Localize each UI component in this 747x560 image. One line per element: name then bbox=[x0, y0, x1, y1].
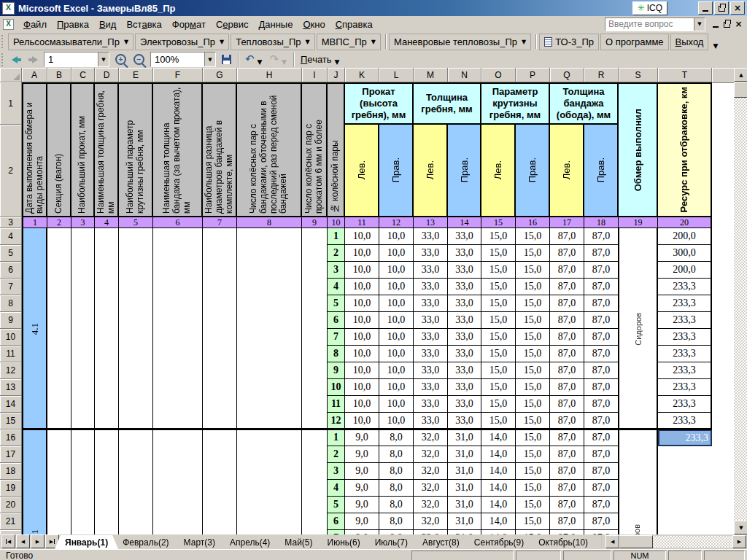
column-number-16[interactable]: 16 bbox=[516, 217, 550, 228]
cell-K11[interactable]: 10,0 bbox=[345, 346, 379, 362]
cell-P19[interactable]: 15,0 bbox=[516, 480, 550, 497]
row-header-5[interactable]: 5 bbox=[0, 245, 22, 262]
cell-L13[interactable]: 10,0 bbox=[379, 379, 414, 396]
column-header-A[interactable]: A bbox=[22, 68, 47, 82]
empty-cells-col-T[interactable] bbox=[658, 446, 712, 534]
cell-R7[interactable]: 87,0 bbox=[584, 279, 619, 295]
column-header-N[interactable]: N bbox=[448, 68, 481, 82]
cell-N17[interactable]: 31,0 bbox=[448, 446, 481, 463]
cell-Q17[interactable]: 87,0 bbox=[550, 446, 584, 463]
cell-O5[interactable]: 15,0 bbox=[481, 245, 516, 262]
cell-T9[interactable]: 233,3 bbox=[658, 312, 712, 329]
repair-block-label-1[interactable]: 4.1 bbox=[22, 228, 47, 429]
cell-M17[interactable]: 32,0 bbox=[414, 446, 448, 463]
cell-P5[interactable]: 15,0 bbox=[516, 245, 550, 262]
cell-N20[interactable]: 31,0 bbox=[448, 497, 481, 513]
menu-Вставка[interactable]: Вставка bbox=[121, 18, 166, 31]
cell-K17[interactable]: 9,0 bbox=[345, 446, 379, 463]
cell-K7[interactable]: 10,0 bbox=[345, 279, 379, 295]
header-col-T[interactable]: Ресурс при отбраковке, км bbox=[658, 82, 712, 217]
cell-N21[interactable]: 31,0 bbox=[448, 513, 481, 530]
cell-R12[interactable]: 87,0 bbox=[584, 362, 619, 379]
cell-K8[interactable]: 10,0 bbox=[345, 295, 379, 312]
cell-N12[interactable]: 33,0 bbox=[448, 362, 481, 379]
cell-M12[interactable]: 33,0 bbox=[414, 362, 448, 379]
row-header-6[interactable]: 6 bbox=[0, 262, 22, 279]
horizontal-scroll-track[interactable] bbox=[653, 536, 732, 548]
cell-L18[interactable]: 8,0 bbox=[379, 463, 414, 480]
cell-R9[interactable]: 87,0 bbox=[584, 312, 619, 329]
cell-L14[interactable]: 10,0 bbox=[379, 396, 414, 413]
empty-cells-col-D[interactable] bbox=[95, 228, 119, 534]
cell-M13[interactable]: 33,0 bbox=[414, 379, 448, 396]
column-header-O[interactable]: O bbox=[481, 68, 516, 82]
column-header-F[interactable]: F bbox=[153, 68, 203, 82]
cell-M21[interactable]: 32,0 bbox=[414, 513, 448, 530]
zoom-box[interactable]: 100% ▼ bbox=[150, 52, 216, 67]
wheel-number-cell[interactable]: 6 bbox=[328, 513, 345, 530]
row-header-18[interactable]: 18 bbox=[0, 463, 22, 480]
header-col-C[interactable]: Наибольший прокат, мм bbox=[71, 82, 95, 217]
subheader-left-2[interactable]: Лев. bbox=[414, 125, 448, 217]
cell-Q13[interactable]: 87,0 bbox=[550, 379, 584, 396]
cell-L4[interactable]: 10,0 bbox=[379, 228, 414, 245]
column-header-M[interactable]: M bbox=[414, 68, 448, 82]
column-number-13[interactable]: 13 bbox=[414, 217, 448, 228]
cell-Q7[interactable]: 87,0 bbox=[550, 279, 584, 295]
column-header-T[interactable]: T bbox=[658, 68, 712, 82]
cell-K15[interactable]: 10,0 bbox=[345, 413, 379, 429]
cell-K5[interactable]: 10,0 bbox=[345, 245, 379, 262]
cell-T7[interactable]: 233,3 bbox=[658, 279, 712, 295]
empty-cells-col-I[interactable] bbox=[302, 228, 328, 534]
vertical-scrollbar[interactable]: ▲ ▼ bbox=[734, 68, 747, 534]
scroll-down-button[interactable]: ▼ bbox=[734, 521, 747, 534]
column-header-L[interactable]: L bbox=[379, 68, 414, 82]
redo-button[interactable]: ↷▼ bbox=[266, 52, 291, 67]
wheel-number-cell[interactable]: 5 bbox=[328, 497, 345, 513]
nav-toolbar-grip[interactable] bbox=[1, 53, 5, 66]
column-header-K[interactable]: K bbox=[345, 68, 379, 82]
empty-cells-col-G[interactable] bbox=[203, 228, 237, 534]
cell-O10[interactable]: 15,0 bbox=[481, 329, 516, 346]
cell-Q9[interactable]: 87,0 bbox=[550, 312, 584, 329]
toolbar-button-Электровозы_Пр[interactable]: Электровозы_Пр▼ bbox=[135, 34, 229, 50]
empty-cells-col-H[interactable] bbox=[237, 228, 302, 534]
column-number-14[interactable]: 14 bbox=[448, 217, 481, 228]
row-header-10[interactable]: 10 bbox=[0, 329, 22, 346]
cell-M8[interactable]: 33,0 bbox=[414, 295, 448, 312]
cell-Q18[interactable]: 87,0 bbox=[550, 463, 584, 480]
cell-K14[interactable]: 10,0 bbox=[345, 396, 379, 413]
cell-T14[interactable]: 233,3 bbox=[658, 396, 712, 413]
cell-R5[interactable]: 87,0 bbox=[584, 245, 619, 262]
row-header-1[interactable]: 1 bbox=[0, 82, 22, 125]
wheel-number-cell[interactable]: 4 bbox=[328, 480, 345, 497]
cell-M18[interactable]: 32,0 bbox=[414, 463, 448, 480]
cell-O9[interactable]: 15,0 bbox=[481, 312, 516, 329]
cell-O11[interactable]: 15,0 bbox=[481, 346, 516, 362]
cell-P21[interactable]: 15,0 bbox=[516, 513, 550, 530]
cell-T5[interactable]: 300,0 bbox=[658, 245, 712, 262]
cell-R14[interactable]: 87,0 bbox=[584, 396, 619, 413]
cell-Q4[interactable]: 87,0 bbox=[550, 228, 584, 245]
header-col-D[interactable]: Наименьшая толщина гребня, мм bbox=[95, 82, 119, 217]
scroll-left-button[interactable]: ◀ bbox=[605, 535, 619, 548]
cell-P14[interactable]: 15,0 bbox=[516, 396, 550, 413]
cell-M10[interactable]: 33,0 bbox=[414, 329, 448, 346]
minimize-button[interactable] bbox=[698, 1, 713, 15]
cell-N4[interactable]: 33,0 bbox=[448, 228, 481, 245]
column-number-15[interactable]: 15 bbox=[481, 217, 516, 228]
cell-K21[interactable]: 9,0 bbox=[345, 513, 379, 530]
menu-Файл[interactable]: Файл bbox=[18, 18, 52, 31]
wheel-number-cell[interactable]: 5 bbox=[328, 295, 345, 312]
cell-K20[interactable]: 9,0 bbox=[345, 497, 379, 513]
cell-P16[interactable]: 15,0 bbox=[516, 429, 550, 446]
wheel-number-cell[interactable]: 7 bbox=[328, 329, 345, 346]
zoom-out-button[interactable]: − bbox=[130, 52, 148, 67]
cell-L15[interactable]: 10,0 bbox=[379, 413, 414, 429]
group-header-4[interactable]: Толщина бандажа (обода), мм bbox=[550, 82, 619, 125]
header-col-H[interactable]: Число колёсных пар с бандажами, обточенн… bbox=[237, 82, 302, 217]
cell-L16[interactable]: 8,0 bbox=[379, 429, 414, 446]
toolbar-button-ТО-3_Пр[interactable]: ТО-3_Пр bbox=[539, 34, 599, 50]
cell-L8[interactable]: 10,0 bbox=[379, 295, 414, 312]
column-number-4[interactable]: 4 bbox=[95, 217, 119, 228]
